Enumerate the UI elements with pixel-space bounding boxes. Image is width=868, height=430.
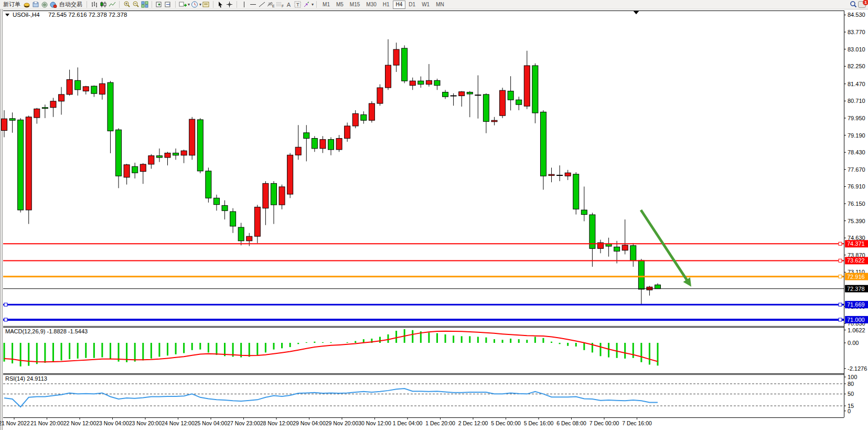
time-axis-label: 24 Nov 12:00 — [162, 420, 195, 426]
time-axis-label: 30 Nov 12:00 — [358, 420, 391, 426]
candlestick-chart-type-icon[interactable] — [99, 1, 108, 8]
price-badge-label: 74.371 — [847, 240, 865, 247]
timeframe-button-M30[interactable]: M30 — [363, 1, 379, 9]
timeframe-button-M15[interactable]: M15 — [347, 1, 363, 9]
time-axis-label: 1 Dec 04:00 — [393, 420, 423, 426]
timeframe-button-H1[interactable]: H1 — [380, 1, 393, 9]
time-axis-label: 27 Nov 23:00 — [227, 420, 260, 426]
time-axis-label: 7 Dec 16:00 — [622, 420, 652, 426]
line-chart-type-icon[interactable] — [108, 1, 116, 8]
price-axis-label: 84.530 — [848, 12, 865, 18]
arrows-caret-icon[interactable]: ▾ — [312, 2, 314, 7]
price-axis-label: 78.430 — [848, 149, 865, 155]
hline-handle[interactable] — [839, 318, 842, 321]
time-axis-label: 5 Dec 16:00 — [524, 420, 554, 426]
price-badge-label: 72.916 — [847, 274, 865, 280]
timeframe-button-M1[interactable]: M1 — [319, 1, 333, 9]
price-axis-label: 83.010 — [848, 46, 865, 53]
crosshair-tool-icon[interactable] — [225, 1, 234, 8]
timeframe-button-H4[interactable]: H4 — [393, 1, 406, 9]
time-axis-label: 29 Nov 20:00 — [326, 420, 359, 426]
symbol-title: USOil-,H4 — [13, 12, 40, 18]
sound-icon[interactable] — [40, 1, 49, 8]
hline-handle[interactable] — [839, 303, 842, 306]
timeframe-button-MN[interactable]: MN — [433, 1, 447, 9]
price-axis-label: 82.250 — [848, 63, 865, 69]
time-axis-label: 7 Dec 00:00 — [590, 420, 619, 426]
time-axis-label: 21 Nov 2022 — [0, 420, 30, 426]
time-axis-label: 5 Dec 00:00 — [491, 420, 521, 426]
chart-canvas[interactable]: 84.53083.77083.01082.25081.47080.71079.9… — [0, 9, 868, 430]
rsi-axis-label: 50 — [848, 391, 854, 397]
auto-scroll-icon[interactable] — [164, 1, 173, 8]
price-axis-label: 83.770 — [848, 29, 865, 35]
ohlc-readout: 72.545 72.616 72.378 72.378 — [48, 12, 127, 18]
macd-axis-label: 0.00 — [848, 340, 859, 346]
price-axis-label: 75.390 — [848, 218, 865, 224]
price-axis-label: 79.950 — [848, 115, 865, 121]
zoom-in-icon[interactable] — [122, 1, 131, 8]
chart-shift-icon[interactable] — [155, 1, 164, 8]
time-axis-label: 21 Nov 20:00 — [30, 420, 63, 426]
bar-chart-type-icon[interactable] — [90, 1, 99, 8]
price-badge-label: 72.378 — [847, 286, 865, 292]
hline-handle[interactable] — [4, 318, 7, 321]
time-axis-label: 1 Dec 20:00 — [425, 420, 455, 426]
timeframe-bar: M1M5M15M30H1H4D1W1MN — [318, 1, 449, 8]
hline-handle[interactable] — [839, 275, 842, 278]
fibonacci-tool-icon[interactable]: E — [266, 1, 275, 8]
arrows-tool-icon[interactable] — [302, 1, 311, 8]
vline-tool-icon[interactable] — [240, 1, 249, 8]
price-axis-label: 80.710 — [848, 98, 865, 104]
time-axis-label: 29 Nov 04:00 — [293, 420, 326, 426]
rsi-axis-label: 80 — [848, 381, 854, 387]
svg-text:T: T — [296, 2, 299, 7]
timeframe-button-W1[interactable]: W1 — [419, 1, 433, 9]
time-axis-label: 23 Nov 20:00 — [129, 420, 162, 426]
hline-handle[interactable] — [4, 303, 7, 306]
timeframe-button-M5[interactable]: M5 — [333, 1, 347, 9]
price-badge-label: 71.669 — [847, 301, 865, 308]
new-order-button[interactable]: 新订单 — [2, 1, 22, 8]
text-tool-icon[interactable]: A — [284, 1, 293, 8]
zoom-out-icon[interactable] — [131, 1, 140, 8]
time-axis-label: 22 Nov 12:00 — [63, 420, 97, 426]
svg-text:E: E — [272, 4, 275, 8]
rsi-label: RSI(14) 24.9113 — [5, 375, 47, 382]
hline-handle[interactable] — [839, 242, 842, 245]
macd-label: MACD(12,26,9) -1.8828 -1.5443 — [5, 328, 88, 334]
hline-tool-icon[interactable] — [249, 1, 258, 8]
autotrading-icon[interactable] — [49, 1, 58, 8]
time-axis-label: 28 Nov 12:00 — [260, 420, 293, 426]
hline-handle[interactable] — [839, 259, 842, 262]
print-report-icon[interactable] — [31, 1, 40, 8]
price-badge-label: 71.000 — [847, 317, 865, 323]
periods-icon[interactable] — [190, 1, 199, 8]
price-axis-label: 81.470 — [848, 81, 865, 87]
price-axis-label: 77.670 — [848, 166, 865, 173]
time-axis-label: 6 Dec 08:00 — [556, 420, 586, 426]
macd-axis-label: -2.1276 — [848, 365, 867, 372]
svg-text:F: F — [282, 4, 284, 8]
mt4-window: 新订单 自动交易 ▾ ▾ — [0, 0, 868, 430]
tile-windows-icon[interactable] — [140, 1, 149, 8]
time-axis-label: 23 Nov 04:00 — [96, 420, 129, 426]
chart-title: USOil-,H472.545 72.616 72.378 72.378 — [5, 12, 127, 18]
macd-axis-label: 1.0622 — [848, 327, 865, 333]
search-icon[interactable] — [849, 1, 858, 8]
price-axis-label: 79.190 — [848, 132, 865, 139]
notification-count-badge: 1 — [863, 0, 868, 5]
templates-icon[interactable] — [201, 1, 210, 8]
text-label-tool-icon[interactable]: T — [293, 1, 302, 8]
trendline-tool-icon[interactable] — [258, 1, 266, 8]
history-center-icon[interactable] — [22, 1, 31, 8]
toolbar: 新订单 自动交易 ▾ ▾ — [0, 0, 868, 9]
fibo-grid-tool-icon[interactable]: F — [275, 1, 284, 8]
window-left-edge — [0, 9, 3, 430]
time-axis-label: 25 Nov 04:00 — [195, 420, 228, 426]
cursor-tool-icon[interactable] — [216, 1, 225, 8]
timeframe-button-D1[interactable]: D1 — [405, 1, 419, 9]
indicators-icon[interactable] — [178, 1, 187, 8]
autotrading-button[interactable]: 自动交易 — [58, 1, 84, 8]
notifications-icon[interactable]: 1 — [858, 1, 866, 8]
